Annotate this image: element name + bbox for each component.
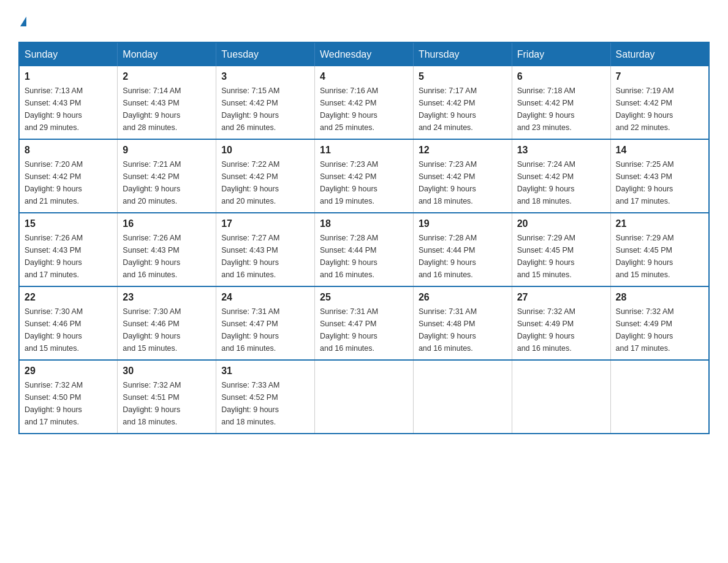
day-number: 11 [320,145,408,156]
calendar-cell: 14Sunrise: 7:25 AMSunset: 4:43 PMDayligh… [610,139,709,213]
day-number: 8 [25,145,112,156]
day-info: Sunrise: 7:20 AMSunset: 4:42 PMDaylight:… [25,158,112,207]
day-info: Sunrise: 7:26 AMSunset: 4:43 PMDaylight:… [123,232,211,281]
day-number: 12 [419,145,507,156]
day-info: Sunrise: 7:27 AMSunset: 4:43 PMDaylight:… [221,232,309,281]
day-info: Sunrise: 7:13 AMSunset: 4:43 PMDaylight:… [25,85,112,134]
day-info: Sunrise: 7:33 AMSunset: 4:52 PMDaylight:… [221,379,309,428]
day-number: 15 [25,218,112,229]
day-number: 23 [123,292,211,303]
calendar-cell: 1Sunrise: 7:13 AMSunset: 4:43 PMDaylight… [19,66,118,139]
calendar-cell: 4Sunrise: 7:16 AMSunset: 4:42 PMDaylight… [315,66,414,139]
day-number: 21 [616,218,703,229]
calendar-cell: 7Sunrise: 7:19 AMSunset: 4:42 PMDaylight… [610,66,709,139]
day-number: 22 [25,292,112,303]
calendar-cell: 12Sunrise: 7:23 AMSunset: 4:42 PMDayligh… [413,139,512,213]
calendar-cell [413,360,512,434]
day-number: 26 [419,292,507,303]
calendar-cell: 8Sunrise: 7:20 AMSunset: 4:42 PMDaylight… [19,139,118,213]
calendar-cell: 22Sunrise: 7:30 AMSunset: 4:46 PMDayligh… [19,286,118,360]
calendar-week-row: 15Sunrise: 7:26 AMSunset: 4:43 PMDayligh… [19,213,709,286]
day-info: Sunrise: 7:32 AMSunset: 4:50 PMDaylight:… [25,379,112,428]
day-number: 31 [221,366,309,377]
weekday-header-sunday: Sunday [19,42,118,66]
calendar-cell: 9Sunrise: 7:21 AMSunset: 4:42 PMDaylight… [118,139,216,213]
calendar-cell: 5Sunrise: 7:17 AMSunset: 4:42 PMDaylight… [413,66,512,139]
day-info: Sunrise: 7:32 AMSunset: 4:51 PMDaylight:… [123,379,211,428]
day-info: Sunrise: 7:32 AMSunset: 4:49 PMDaylight:… [517,305,605,354]
calendar-cell [315,360,414,434]
calendar-cell: 31Sunrise: 7:33 AMSunset: 4:52 PMDayligh… [216,360,315,434]
calendar-cell: 11Sunrise: 7:23 AMSunset: 4:42 PMDayligh… [315,139,414,213]
calendar-cell [512,360,610,434]
weekday-header-row: SundayMondayTuesdayWednesdayThursdayFrid… [19,42,709,66]
calendar-cell: 21Sunrise: 7:29 AMSunset: 4:45 PMDayligh… [610,213,709,286]
day-number: 28 [616,292,703,303]
day-number: 1 [25,71,112,82]
calendar-cell: 20Sunrise: 7:29 AMSunset: 4:45 PMDayligh… [512,213,610,286]
day-number: 19 [419,218,507,229]
day-number: 9 [123,145,211,156]
calendar-cell: 26Sunrise: 7:31 AMSunset: 4:48 PMDayligh… [413,286,512,360]
page-header [18,12,710,29]
calendar-cell: 2Sunrise: 7:14 AMSunset: 4:43 PMDaylight… [118,66,216,139]
calendar-cell: 3Sunrise: 7:15 AMSunset: 4:42 PMDaylight… [216,66,315,139]
weekday-header-friday: Friday [512,42,610,66]
day-number: 27 [517,292,605,303]
day-info: Sunrise: 7:29 AMSunset: 4:45 PMDaylight:… [616,232,703,281]
calendar-cell: 29Sunrise: 7:32 AMSunset: 4:50 PMDayligh… [19,360,118,434]
weekday-header-monday: Monday [118,42,216,66]
day-number: 5 [419,71,507,82]
calendar-cell: 10Sunrise: 7:22 AMSunset: 4:42 PMDayligh… [216,139,315,213]
calendar-week-row: 22Sunrise: 7:30 AMSunset: 4:46 PMDayligh… [19,286,709,360]
day-info: Sunrise: 7:14 AMSunset: 4:43 PMDaylight:… [123,85,211,134]
calendar-cell: 27Sunrise: 7:32 AMSunset: 4:49 PMDayligh… [512,286,610,360]
day-info: Sunrise: 7:22 AMSunset: 4:42 PMDaylight:… [221,158,309,207]
day-number: 30 [123,366,211,377]
calendar-cell: 25Sunrise: 7:31 AMSunset: 4:47 PMDayligh… [315,286,414,360]
day-info: Sunrise: 7:17 AMSunset: 4:42 PMDaylight:… [419,85,507,134]
day-info: Sunrise: 7:24 AMSunset: 4:42 PMDaylight:… [517,158,605,207]
day-info: Sunrise: 7:31 AMSunset: 4:47 PMDaylight:… [221,305,309,354]
day-number: 3 [221,71,309,82]
day-number: 16 [123,218,211,229]
day-info: Sunrise: 7:31 AMSunset: 4:48 PMDaylight:… [419,305,507,354]
day-number: 14 [616,145,703,156]
day-info: Sunrise: 7:28 AMSunset: 4:44 PMDaylight:… [419,232,507,281]
calendar-week-row: 8Sunrise: 7:20 AMSunset: 4:42 PMDaylight… [19,139,709,213]
logo [18,12,26,29]
calendar-cell: 13Sunrise: 7:24 AMSunset: 4:42 PMDayligh… [512,139,610,213]
day-info: Sunrise: 7:18 AMSunset: 4:42 PMDaylight:… [517,85,605,134]
calendar-cell: 15Sunrise: 7:26 AMSunset: 4:43 PMDayligh… [19,213,118,286]
day-number: 13 [517,145,605,156]
day-number: 7 [616,71,703,82]
calendar-cell: 24Sunrise: 7:31 AMSunset: 4:47 PMDayligh… [216,286,315,360]
calendar-cell: 6Sunrise: 7:18 AMSunset: 4:42 PMDaylight… [512,66,610,139]
day-info: Sunrise: 7:23 AMSunset: 4:42 PMDaylight:… [320,158,408,207]
day-info: Sunrise: 7:19 AMSunset: 4:42 PMDaylight:… [616,85,703,134]
calendar-week-row: 1Sunrise: 7:13 AMSunset: 4:43 PMDaylight… [19,66,709,139]
day-number: 24 [221,292,309,303]
calendar-cell: 23Sunrise: 7:30 AMSunset: 4:46 PMDayligh… [118,286,216,360]
calendar-table: SundayMondayTuesdayWednesdayThursdayFrid… [18,42,710,434]
calendar-cell: 19Sunrise: 7:28 AMSunset: 4:44 PMDayligh… [413,213,512,286]
day-number: 25 [320,292,408,303]
day-info: Sunrise: 7:30 AMSunset: 4:46 PMDaylight:… [25,305,112,354]
day-info: Sunrise: 7:21 AMSunset: 4:42 PMDaylight:… [123,158,211,207]
calendar-cell: 17Sunrise: 7:27 AMSunset: 4:43 PMDayligh… [216,213,315,286]
day-number: 4 [320,71,408,82]
calendar-cell [610,360,709,434]
weekday-header-tuesday: Tuesday [216,42,315,66]
day-info: Sunrise: 7:29 AMSunset: 4:45 PMDaylight:… [517,232,605,281]
day-number: 2 [123,71,211,82]
day-info: Sunrise: 7:26 AMSunset: 4:43 PMDaylight:… [25,232,112,281]
day-number: 17 [221,218,309,229]
day-info: Sunrise: 7:15 AMSunset: 4:42 PMDaylight:… [221,85,309,134]
day-number: 10 [221,145,309,156]
day-info: Sunrise: 7:23 AMSunset: 4:42 PMDaylight:… [419,158,507,207]
calendar-cell: 18Sunrise: 7:28 AMSunset: 4:44 PMDayligh… [315,213,414,286]
day-info: Sunrise: 7:28 AMSunset: 4:44 PMDaylight:… [320,232,408,281]
day-info: Sunrise: 7:31 AMSunset: 4:47 PMDaylight:… [320,305,408,354]
weekday-header-thursday: Thursday [413,42,512,66]
calendar-cell: 30Sunrise: 7:32 AMSunset: 4:51 PMDayligh… [118,360,216,434]
